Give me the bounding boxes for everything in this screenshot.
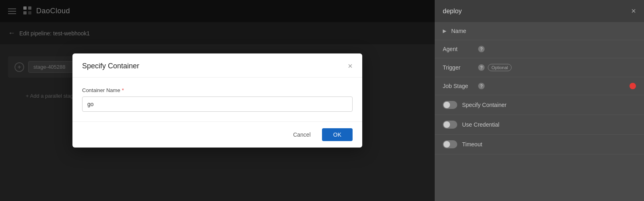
modal-footer: Cancel OK: [72, 121, 362, 148]
right-panel-header: deploy ×: [435, 0, 644, 22]
chevron-name-icon: ▶: [443, 28, 446, 34]
panel-close-button[interactable]: ×: [631, 6, 636, 16]
container-name-input[interactable]: [82, 96, 353, 112]
optional-badge: Optional: [488, 64, 512, 71]
ok-button[interactable]: OK: [322, 128, 353, 141]
modal-body: Container Name *: [72, 78, 362, 121]
toggle-row-specify-container: Specify Container: [435, 95, 644, 115]
panel-job-stage-label: Job Stage: [443, 83, 475, 89]
right-panel: deploy × ▶ Name Agent ? Trigger ? Option…: [435, 0, 644, 201]
panel-title: deploy: [443, 8, 462, 15]
panel-agent-label: Agent: [443, 46, 475, 52]
use-credential-toggle[interactable]: [443, 121, 457, 129]
job-stage-help-icon[interactable]: ?: [478, 83, 485, 89]
cancel-button[interactable]: Cancel: [287, 128, 317, 141]
modal-close-button[interactable]: ×: [348, 62, 353, 71]
required-star: *: [122, 87, 124, 93]
panel-body: ▶ Name Agent ? Trigger ? Optional Job St…: [435, 22, 644, 201]
panel-name-label: Name: [451, 28, 483, 34]
use-credential-label: Use Credential: [462, 121, 500, 128]
container-name-field-label: Container Name *: [82, 87, 353, 93]
modal-title: Specify Container: [82, 62, 139, 70]
toggle-row-use-credential: Use Credential: [435, 115, 644, 135]
panel-row-name: ▶ Name: [435, 22, 644, 40]
timeout-label: Timeout: [462, 141, 482, 148]
modal-header: Specify Container ×: [72, 53, 362, 78]
agent-help-icon[interactable]: ?: [478, 46, 485, 52]
panel-row-trigger: Trigger ? Optional: [435, 58, 644, 77]
panel-row-job-stage: Job Stage ?: [435, 77, 644, 95]
specify-container-modal: Specify Container × Container Name * Can…: [72, 53, 362, 148]
specify-container-label: Specify Container: [462, 102, 507, 108]
job-stage-error-indicator: [630, 83, 636, 89]
timeout-toggle[interactable]: [443, 140, 457, 148]
panel-trigger-label: Trigger: [443, 64, 475, 71]
panel-row-agent: Agent ?: [435, 40, 644, 58]
toggle-row-timeout: Timeout: [435, 135, 644, 154]
modal-overlay: Specify Container × Container Name * Can…: [0, 0, 435, 201]
trigger-help-icon[interactable]: ?: [478, 64, 485, 71]
specify-container-toggle[interactable]: [443, 101, 457, 109]
